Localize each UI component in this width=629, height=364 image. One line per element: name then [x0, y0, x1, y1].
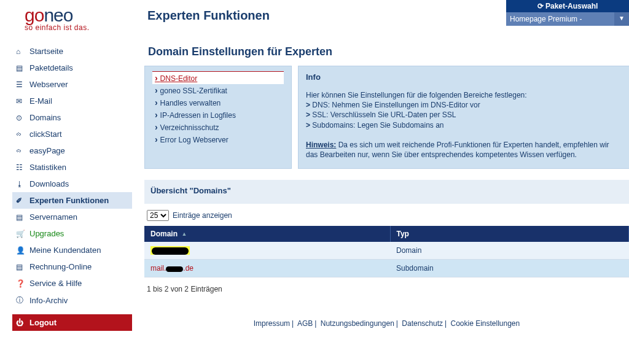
sidebar-item-service[interactable]: ❓Service & Hilfe — [12, 275, 132, 292]
page-size-select[interactable]: 25 — [147, 210, 169, 221]
sidebar-item-label: Meine Kundendaten — [29, 246, 101, 255]
masked-domain — [166, 266, 183, 272]
footer-link-impressum[interactable]: Impressum — [254, 319, 290, 328]
table-footer: 1 bis 2 von 2 Einträgen — [144, 277, 629, 301]
footer-link-agb[interactable]: AGB — [297, 319, 313, 328]
sidebar-item-experten[interactable]: ✐Experten Funktionen — [12, 192, 132, 209]
sidebar-item-logout[interactable]: ⏻Logout — [12, 314, 132, 331]
power-icon: ⏻ — [16, 319, 25, 327]
clickstart-icon: ᯅ — [16, 130, 25, 139]
sidebar: ⌂Startseite ▤Paketdetails ☰Webserver ✉E-… — [0, 31, 132, 338]
download-icon: ⭳ — [16, 180, 25, 188]
table-row[interactable]: Domain — [144, 242, 629, 260]
sub-nav-panel: DNS-Editor goneo SSL-Zertifikat Handles … — [144, 66, 292, 169]
subnav-dirprotect[interactable]: Verzeichnisschutz — [152, 121, 284, 133]
easypage-icon: ᯅ — [16, 147, 25, 155]
sidebar-item-label: Servernamen — [29, 212, 77, 222]
sidebar-item-upgrades[interactable]: 🛒Upgrades — [12, 225, 132, 242]
invoice-icon: ▤ — [16, 263, 25, 271]
table-title: Übersicht "Domains" — [144, 185, 629, 204]
main-content: Domain Einstellungen für Experten DNS-Ed… — [132, 31, 629, 338]
package-dropdown-button[interactable]: ▼ — [614, 12, 629, 26]
masked-domain — [152, 247, 189, 255]
package-selector-head[interactable]: Paket-Auswahl — [506, 0, 629, 12]
sidebar-item-label: Domains — [29, 113, 61, 122]
info-icon: ⓘ — [16, 295, 25, 306]
page-size-label: Einträge anzeigen — [173, 211, 232, 220]
sidebar-item-label: Rechnung-Online — [29, 262, 92, 271]
cell-domain — [144, 242, 390, 260]
sidebar-item-downloads[interactable]: ⭳Downloads — [12, 176, 132, 192]
sidebar-item-clickstart[interactable]: ᯅclickStart — [12, 126, 132, 142]
package-icon: ▤ — [16, 64, 25, 72]
sidebar-item-label: E-Mail — [29, 96, 52, 106]
sidebar-item-label: Upgrades — [29, 229, 64, 238]
sidebar-item-rechnung[interactable]: ▤Rechnung-Online — [12, 258, 132, 275]
col-domain[interactable]: Domain — [144, 226, 390, 242]
footer-link-nutzung[interactable]: Nutzungsbedingungen — [321, 319, 394, 328]
server-icon: ☰ — [16, 80, 25, 89]
footer-link-datenschutz[interactable]: Datenschutz — [402, 319, 443, 328]
stats-icon: ☷ — [16, 163, 25, 172]
sidebar-item-label: easyPage — [29, 146, 65, 155]
info-line: SSL: Verschlüsseln Sie URL-Daten per SSL — [312, 110, 456, 119]
sidebar-item-label: Paketdetails — [29, 63, 73, 72]
sidebar-item-email[interactable]: ✉E-Mail — [12, 93, 132, 109]
help-icon: ❓ — [16, 279, 25, 288]
logo-neo: neo — [44, 5, 72, 25]
home-icon: ⌂ — [16, 47, 25, 56]
info-hint-text: Da es sich um weit reichende Profi-Funkt… — [306, 141, 609, 159]
sidebar-item-info[interactable]: ⓘInfo-Archiv — [12, 292, 132, 309]
domains-table: Domain Typ Domain mail..de Subdomain — [144, 226, 629, 277]
subnav-errorlog[interactable]: Error Log Webserver — [152, 133, 284, 145]
cell-typ: Domain — [390, 242, 629, 260]
logo: goneo so einfach ist das. — [25, 5, 90, 32]
list-icon: ▤ — [16, 213, 25, 222]
sidebar-item-label: Startseite — [29, 47, 63, 56]
package-current: Homepage Premium - — [506, 12, 614, 26]
user-icon: 👤 — [16, 246, 25, 255]
sidebar-item-webserver[interactable]: ☰Webserver — [12, 76, 132, 93]
col-typ[interactable]: Typ — [390, 226, 629, 242]
sidebar-item-domains[interactable]: ⊙Domains — [12, 109, 132, 126]
info-hint-label: Hinweis: — [306, 141, 336, 149]
subnav-ssl[interactable]: goneo SSL-Zertifikat — [152, 84, 284, 96]
table-row[interactable]: mail..de Subdomain — [144, 260, 629, 277]
sidebar-item-startseite[interactable]: ⌂Startseite — [12, 43, 132, 60]
cart-icon: 🛒 — [16, 230, 25, 238]
footer-link-cookie[interactable]: Cookie Einstellungen — [450, 319, 520, 328]
logo-go: go — [25, 5, 44, 25]
subnav-dns-editor[interactable]: DNS-Editor — [152, 71, 284, 84]
info-title: Info — [306, 71, 622, 83]
sidebar-item-easypage[interactable]: ᯅeasyPage — [12, 142, 132, 159]
sidebar-item-kundendaten[interactable]: 👤Meine Kundendaten — [12, 242, 132, 258]
wrench-icon: ✐ — [16, 196, 25, 205]
page-title: Experten Funktionen — [147, 9, 270, 23]
logo-tagline: so einfach ist das. — [25, 23, 90, 32]
sidebar-item-label: Webserver — [29, 80, 68, 89]
sidebar-item-statistiken[interactable]: ☷Statistiken — [12, 159, 132, 176]
subnav-ip-log[interactable]: IP-Adressen in Logfiles — [152, 109, 284, 121]
sidebar-item-label: Logout — [29, 318, 57, 327]
table-controls: 25 Einträge anzeigen — [144, 210, 629, 226]
sidebar-item-label: Experten Funktionen — [29, 196, 109, 205]
info-body: Hier können Sie Einstellungen für die fo… — [306, 90, 622, 160]
sidebar-item-label: clickStart — [29, 130, 62, 139]
footer: Impressum| AGB| Nutzungsbedingungen| Dat… — [144, 301, 629, 338]
sidebar-item-label: Statistiken — [29, 163, 66, 172]
globe-icon: ⊙ — [16, 114, 25, 122]
info-panel: Info Hier können Sie Einstellungen für d… — [298, 66, 629, 169]
subnav-handles[interactable]: Handles verwalten — [152, 96, 284, 109]
package-selector: Paket-Auswahl Homepage Premium - ▼ — [506, 0, 629, 26]
cell-domain: mail..de — [144, 260, 390, 277]
section-heading: Domain Einstellungen für Experten — [148, 45, 629, 58]
info-line: Subdomains: Legen Sie Subdomains an — [312, 121, 443, 130]
sidebar-item-servernamen[interactable]: ▤Servernamen — [12, 209, 132, 225]
sidebar-item-label: Info-Archiv — [29, 296, 68, 305]
domains-table-wrap: Übersicht "Domains" — [144, 180, 629, 204]
sidebar-item-label: Downloads — [29, 179, 69, 188]
sidebar-item-paketdetails[interactable]: ▤Paketdetails — [12, 60, 132, 76]
sidebar-item-label: Service & Hilfe — [29, 279, 82, 288]
mail-icon: ✉ — [16, 97, 25, 106]
info-line: DNS: Nehmen Sie Einstellungen im DNS-Edi… — [312, 101, 480, 109]
